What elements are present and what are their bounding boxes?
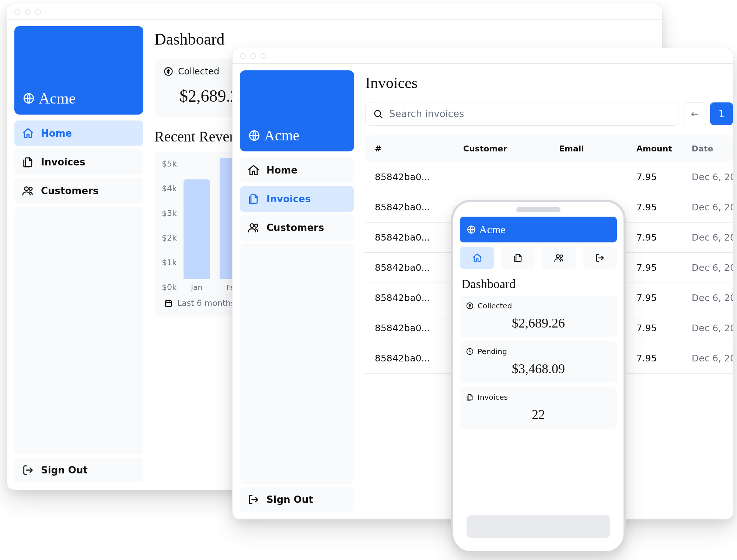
arrow-left-icon: ← [691,108,699,119]
sidebar-item-customers[interactable]: Customers [14,178,143,204]
cell-amount: 7.95 [636,353,692,364]
brand-logo[interactable]: Acme [14,26,143,115]
cell-date: Dec 6, 2022 [692,323,733,333]
y-tick: $0k [162,283,177,292]
card-invoices: Invoices 22 [460,387,617,429]
col-date: Date [692,144,733,153]
card-label: Collected [178,66,219,77]
sidebar-item-home[interactable]: Home [240,157,354,183]
svg-point-10 [556,255,559,258]
svg-rect-4 [165,301,171,307]
search-icon [373,109,383,119]
traffic-light-dot [25,9,31,15]
cell-date: Dec 6, 2022 [692,262,733,273]
cell-date: Dec 6, 2022 [692,202,733,213]
nav-label: Invoices [266,193,311,204]
sidebar-item-invoices[interactable]: Invoices [240,186,354,212]
cell-id: 85842ba0... [375,232,463,243]
traffic-light-dot [240,53,246,59]
dollar-circle-icon [466,302,474,310]
card-collected: Collected $2,689.26 [460,295,617,337]
cell-amount: 7.95 [636,172,692,182]
page-title: Dashboard [461,277,615,291]
sidebar: Acme Home Invoices Customers [14,26,143,482]
table-row[interactable]: 85842ba0...7.95Dec 6, 2022 [365,162,733,192]
brand-name: Acme [479,223,506,236]
card-label: Pending [478,347,507,356]
sidebar-item-invoices[interactable]: Invoices [14,149,143,175]
signout-label: Sign Out [41,465,88,476]
chart-bar [184,179,210,279]
dollar-circle-icon [163,66,174,77]
cell-date: Dec 6, 2022 [692,353,733,364]
mobile-nav-home[interactable] [460,247,494,269]
svg-point-8 [375,111,381,116]
traffic-light-dot [261,53,266,59]
sidebar-item-customers[interactable]: Customers [240,215,354,241]
signout-label: Sign Out [266,494,313,505]
traffic-light-dot [14,9,20,15]
sign-out-icon [22,464,34,476]
svg-point-7 [255,224,258,227]
brand-logo[interactable]: Acme [460,217,617,242]
mobile-nav [460,247,617,269]
svg-point-6 [250,224,254,227]
card-label: Collected [478,301,512,310]
document-copy-icon [247,193,260,205]
home-icon [472,253,482,263]
nav-label: Customers [266,222,324,233]
sign-out-button[interactable]: Sign Out [240,487,354,512]
cell-date: Dec 6, 2022 [692,172,733,182]
cell-id: 85842ba0... [375,172,463,182]
y-tick: $3k [162,209,177,218]
document-copy-icon [466,393,474,401]
search-input[interactable]: Search invoices [365,102,678,126]
users-icon [247,221,260,234]
brand-logo[interactable]: Acme [240,70,354,151]
sidebar-filler [14,207,143,454]
document-copy-icon [22,156,34,168]
users-icon [22,185,34,197]
globe-icon [22,92,35,105]
pager-page-number: 1 [719,108,725,119]
cell-id: 85842ba0... [375,262,463,273]
page-title: Invoices [365,74,733,92]
sidebar: Acme Home Invoices Customers [240,70,354,512]
pager-page-button[interactable]: 1 [710,102,733,125]
document-copy-icon [513,253,523,263]
card-value: $3,468.09 [466,356,611,377]
clock-icon [466,347,474,356]
mobile-device: Acme [451,200,626,553]
nav-label: Home [41,128,72,139]
globe-icon [467,225,476,234]
card-pending: Pending $3,468.09 [460,341,617,383]
cell-date: Dec 6, 2022 [692,232,733,243]
home-icon [247,164,260,176]
col-amount: Amount [636,144,692,153]
titlebar [233,48,733,64]
sidebar-item-home[interactable]: Home [14,120,143,146]
chart-footer-text: Last 6 months [177,298,235,308]
cell-amount: 7.95 [636,232,692,243]
mobile-bottom-bar [467,515,610,538]
cell-id: 85842ba0... [375,202,463,213]
pager-prev-button[interactable]: ← [684,102,706,125]
y-tick: $5k [162,159,177,168]
cell-id: 85842ba0... [375,323,463,333]
mobile-nav-invoices[interactable] [501,247,535,269]
mobile-nav-signout[interactable] [583,247,617,269]
home-icon [22,127,34,140]
mobile-nav-customers[interactable] [542,247,576,269]
traffic-light-dot [35,9,41,15]
sign-out-button[interactable]: Sign Out [14,458,143,482]
cell-amount: 7.95 [636,323,692,333]
nav-label: Home [266,165,297,176]
col-email: Email [559,144,636,153]
sign-out-icon [247,493,260,506]
mobile-main: Dashboard Collected $2,689.26 Pending [460,272,617,429]
titlebar [7,4,662,20]
brand-name: Acme [39,90,76,107]
phone-notch [516,207,560,212]
cell-id: 85842ba0... [375,353,463,364]
search-placeholder: Search invoices [389,108,464,119]
